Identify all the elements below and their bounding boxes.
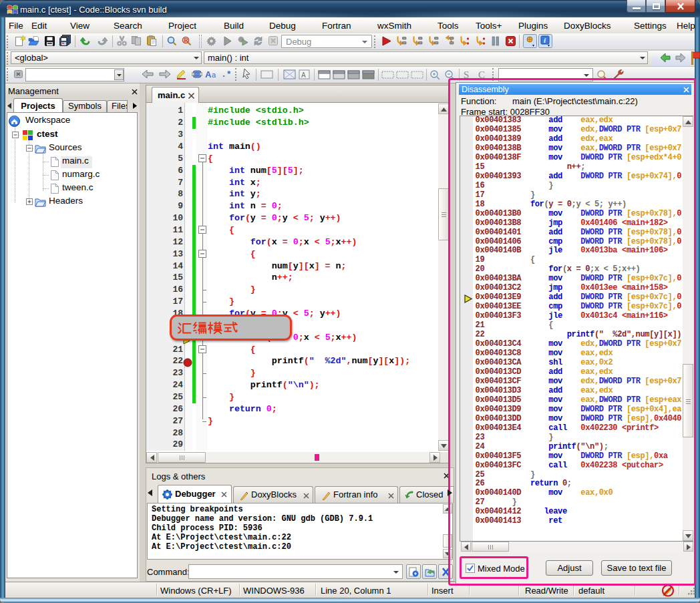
svg-text:R: R — [184, 37, 188, 43]
svg-text:a: a — [212, 71, 216, 79]
svg-text:A: A — [205, 69, 212, 79]
svg-text:A: A — [301, 71, 306, 79]
svg-text:.*: .* — [221, 69, 232, 79]
